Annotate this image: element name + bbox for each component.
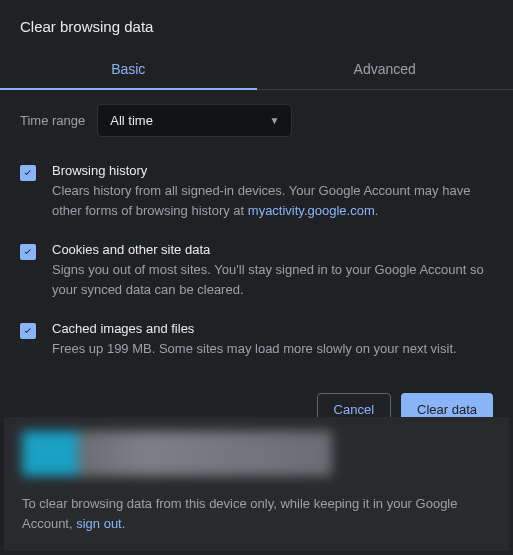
- checkbox-cookies[interactable]: [20, 244, 36, 260]
- option-title: Cookies and other site data: [52, 242, 493, 257]
- option-description: Frees up 199 MB. Some sites may load mor…: [52, 339, 493, 359]
- check-icon: [22, 167, 34, 179]
- time-range-label: Time range: [20, 113, 85, 128]
- check-icon: [22, 325, 34, 337]
- option-title: Cached images and files: [52, 321, 493, 336]
- footer-text: To clear browsing data from this device …: [22, 494, 491, 533]
- footer-panel: To clear browsing data from this device …: [4, 417, 509, 551]
- tab-basic[interactable]: Basic: [0, 49, 257, 89]
- time-range-row: Time range All time ▼: [20, 104, 493, 137]
- checkbox-browsing-history[interactable]: [20, 165, 36, 181]
- check-icon: [22, 246, 34, 258]
- tab-bar: Basic Advanced: [0, 49, 513, 90]
- option-description: Clears history from all signed-in device…: [52, 181, 493, 220]
- option-browsing-history: Browsing history Clears history from all…: [20, 163, 493, 220]
- tab-advanced[interactable]: Advanced: [257, 49, 514, 89]
- chevron-down-icon: ▼: [269, 115, 279, 126]
- option-title: Browsing history: [52, 163, 493, 178]
- dialog-title: Clear browsing data: [0, 0, 513, 49]
- myactivity-link[interactable]: myactivity.google.com: [248, 203, 375, 218]
- time-range-value: All time: [110, 113, 153, 128]
- sign-out-link[interactable]: sign out: [76, 516, 122, 531]
- checkbox-cache[interactable]: [20, 323, 36, 339]
- time-range-select[interactable]: All time ▼: [97, 104, 292, 137]
- profile-info-redacted: [22, 431, 332, 476]
- option-cookies: Cookies and other site data Signs you ou…: [20, 242, 493, 299]
- option-cache: Cached images and files Frees up 199 MB.…: [20, 321, 493, 359]
- option-description: Signs you out of most sites. You'll stay…: [52, 260, 493, 299]
- clear-browsing-data-dialog: Clear browsing data Basic Advanced Time …: [0, 0, 513, 555]
